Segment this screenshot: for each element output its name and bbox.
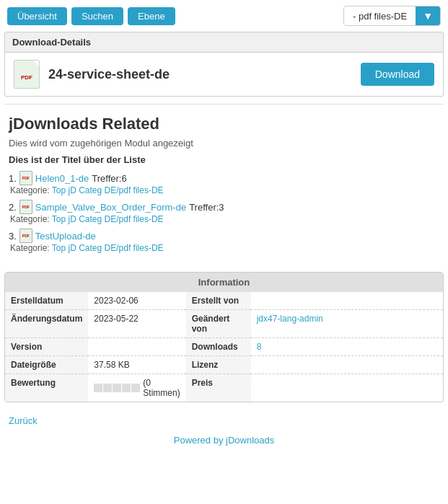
item-category-2: Kategorie: Top jD Categ DE/pdf files-DE [9, 214, 439, 224]
label-version: Version [5, 338, 88, 356]
value-version [88, 338, 185, 356]
dropdown-arrow-icon[interactable]: ▼ [416, 6, 440, 25]
value-geaendert-von: jdx47-lang-admin [251, 310, 443, 338]
table-row: Erstelldatum 2023-02-06 Erstellt von [5, 292, 443, 310]
item-link-3[interactable]: TestUpload-de [35, 231, 96, 242]
item-link-1[interactable]: Helen0_1-de [35, 173, 89, 184]
star-3 [113, 384, 121, 392]
item-hits-1: Treffer:6 [92, 173, 126, 184]
label-preis: Preis [186, 374, 251, 402]
info-header: Information [5, 273, 443, 292]
label-dateigroesse: Dateigröße [5, 356, 88, 374]
related-list: 1. PDF Helen0_1-de Treffer:6 Kategorie: … [9, 171, 439, 253]
value-aenderungsdatum: 2023-05-22 [88, 310, 185, 338]
star-5 [131, 384, 140, 392]
label-bewertung: Bewertung [5, 374, 88, 402]
table-row: Version Downloads 8 [5, 338, 443, 356]
label-erstellt-von: Erstellt von [186, 292, 251, 310]
rating-stars [94, 384, 140, 392]
value-bewertung: (0 Stimmen) [88, 374, 185, 402]
table-row: Dateigröße 37.58 KB Lizenz [5, 356, 443, 374]
label-aenderungsdatum: Änderungsdatum [5, 310, 88, 338]
info-section: Information Erstelldatum 2023-02-06 Erst… [4, 272, 444, 402]
info-table: Erstelldatum 2023-02-06 Erstellt von Änd… [5, 292, 443, 402]
table-row: Bewertung (0 Stimmen) Preis [5, 374, 443, 402]
list-title: Dies ist der Titel über der Liste [9, 154, 439, 165]
value-lizenz [251, 356, 443, 374]
divider-1 [4, 104, 444, 105]
item-link-2[interactable]: Sample_Valve_Box_Order_Form-de [35, 202, 186, 213]
item-hits-2: Treffer:3 [189, 202, 224, 213]
pdf-item-icon-1: PDF [19, 171, 32, 185]
list-item: 2. PDF Sample_Valve_Box_Order_Form-de Tr… [9, 200, 439, 224]
label-geaendert-von: Geändert von [186, 310, 251, 338]
back-link[interactable]: Zurück [9, 415, 38, 426]
value-erstelldatum: 2023-02-06 [88, 292, 185, 310]
star-4 [122, 384, 131, 392]
related-section: jDownloads Related Dies wird vom zugehör… [0, 109, 448, 263]
download-details-section: Download-Details PDF 24-service-sheet-de… [4, 32, 444, 97]
powered-by: Powered by jDownloads [0, 429, 448, 451]
table-row: Änderungsdatum 2023-05-22 Geändert von j… [5, 310, 443, 338]
star-1 [94, 384, 102, 392]
download-details-body: PDF 24-service-sheet-de Download [5, 53, 443, 96]
label-lizenz: Lizenz [186, 356, 251, 374]
download-button[interactable]: Download [361, 63, 434, 86]
value-dateigroesse: 37.58 KB [88, 356, 185, 374]
item-category-3: Kategorie: Top jD Categ DE/pdf files-DE [9, 243, 439, 253]
label-downloads: Downloads [186, 338, 251, 356]
overview-button[interactable]: Übersicht [7, 7, 67, 25]
dropdown-label: - pdf files-DE [344, 7, 416, 25]
list-item: 1. PDF Helen0_1-de Treffer:6 Kategorie: … [9, 171, 439, 195]
top-navigation: Übersicht Suchen Ebene - pdf files-DE ▼ [0, 0, 448, 32]
category-link-3[interactable]: Top jD Categ DE/pdf files-DE [52, 243, 164, 253]
category-link-1[interactable]: Top jD Categ DE/pdf files-DE [52, 185, 164, 195]
file-name: 24-service-sheet-de [48, 67, 352, 82]
level-button[interactable]: Ebene [128, 7, 175, 25]
value-preis [251, 374, 443, 402]
category-dropdown[interactable]: - pdf files-DE ▼ [343, 6, 441, 26]
search-button[interactable]: Suchen [71, 7, 123, 25]
pdf-item-icon-2: PDF [19, 200, 32, 214]
pdf-item-icon-3: PDF [19, 229, 32, 243]
value-downloads: 8 [251, 338, 443, 356]
rating-count: (0 Stimmen) [143, 378, 180, 398]
module-note: Dies wird vom zugehörigen Modul angezeig… [9, 138, 439, 149]
label-erstelldatum: Erstelldatum [5, 292, 88, 310]
value-erstellt-von [251, 292, 443, 310]
star-2 [103, 384, 112, 392]
footer-links: Zurück [0, 411, 448, 429]
download-details-header: Download-Details [5, 32, 443, 53]
related-title: jDownloads Related [9, 115, 439, 133]
category-link-2[interactable]: Top jD Categ DE/pdf files-DE [52, 214, 164, 224]
pdf-file-icon: PDF [14, 60, 40, 89]
list-item: 3. PDF TestUpload-de Kategorie: Top jD C… [9, 229, 439, 253]
item-category-1: Kategorie: Top jD Categ DE/pdf files-DE [9, 185, 439, 195]
powered-by-link[interactable]: Powered by jDownloads [174, 435, 274, 446]
